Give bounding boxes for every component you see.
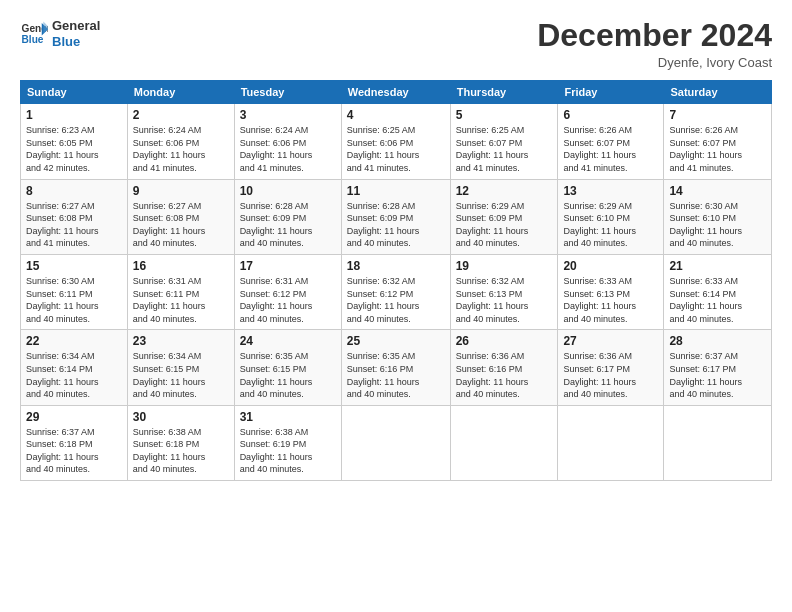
day-detail: Sunrise: 6:32 AM Sunset: 6:13 PM Dayligh… — [456, 275, 553, 325]
calendar-cell: 26 Sunrise: 6:36 AM Sunset: 6:16 PM Dayl… — [450, 330, 558, 405]
day-number: 22 — [26, 334, 122, 348]
header: General Blue General Blue December 2024 … — [20, 18, 772, 70]
calendar-cell: 29 Sunrise: 6:37 AM Sunset: 6:18 PM Dayl… — [21, 405, 128, 480]
day-number: 27 — [563, 334, 658, 348]
logo-text-blue: Blue — [52, 34, 100, 50]
calendar-cell: 19 Sunrise: 6:32 AM Sunset: 6:13 PM Dayl… — [450, 254, 558, 329]
calendar-cell: 17 Sunrise: 6:31 AM Sunset: 6:12 PM Dayl… — [234, 254, 341, 329]
day-number: 4 — [347, 108, 445, 122]
day-detail: Sunrise: 6:29 AM Sunset: 6:10 PM Dayligh… — [563, 200, 658, 250]
day-detail: Sunrise: 6:24 AM Sunset: 6:06 PM Dayligh… — [133, 124, 229, 174]
calendar-header-row: SundayMondayTuesdayWednesdayThursdayFrid… — [21, 81, 772, 104]
logo: General Blue General Blue — [20, 18, 100, 49]
calendar-cell: 30 Sunrise: 6:38 AM Sunset: 6:18 PM Dayl… — [127, 405, 234, 480]
day-detail: Sunrise: 6:36 AM Sunset: 6:16 PM Dayligh… — [456, 350, 553, 400]
calendar-body: 1 Sunrise: 6:23 AM Sunset: 6:05 PM Dayli… — [21, 104, 772, 481]
day-detail: Sunrise: 6:33 AM Sunset: 6:13 PM Dayligh… — [563, 275, 658, 325]
day-detail: Sunrise: 6:23 AM Sunset: 6:05 PM Dayligh… — [26, 124, 122, 174]
calendar-cell: 23 Sunrise: 6:34 AM Sunset: 6:15 PM Dayl… — [127, 330, 234, 405]
day-number: 10 — [240, 184, 336, 198]
day-number: 1 — [26, 108, 122, 122]
day-number: 19 — [456, 259, 553, 273]
day-detail: Sunrise: 6:25 AM Sunset: 6:07 PM Dayligh… — [456, 124, 553, 174]
calendar-cell: 10 Sunrise: 6:28 AM Sunset: 6:09 PM Dayl… — [234, 179, 341, 254]
day-number: 16 — [133, 259, 229, 273]
day-number: 5 — [456, 108, 553, 122]
calendar-cell: 14 Sunrise: 6:30 AM Sunset: 6:10 PM Dayl… — [664, 179, 772, 254]
logo-icon: General Blue — [20, 20, 48, 48]
day-number: 28 — [669, 334, 766, 348]
calendar-cell: 25 Sunrise: 6:35 AM Sunset: 6:16 PM Dayl… — [341, 330, 450, 405]
calendar-week-1: 1 Sunrise: 6:23 AM Sunset: 6:05 PM Dayli… — [21, 104, 772, 179]
day-detail: Sunrise: 6:32 AM Sunset: 6:12 PM Dayligh… — [347, 275, 445, 325]
day-detail: Sunrise: 6:27 AM Sunset: 6:08 PM Dayligh… — [133, 200, 229, 250]
day-detail: Sunrise: 6:28 AM Sunset: 6:09 PM Dayligh… — [240, 200, 336, 250]
calendar-cell: 20 Sunrise: 6:33 AM Sunset: 6:13 PM Dayl… — [558, 254, 664, 329]
calendar-cell: 7 Sunrise: 6:26 AM Sunset: 6:07 PM Dayli… — [664, 104, 772, 179]
calendar-cell — [341, 405, 450, 480]
day-detail: Sunrise: 6:34 AM Sunset: 6:15 PM Dayligh… — [133, 350, 229, 400]
calendar-cell: 27 Sunrise: 6:36 AM Sunset: 6:17 PM Dayl… — [558, 330, 664, 405]
day-detail: Sunrise: 6:28 AM Sunset: 6:09 PM Dayligh… — [347, 200, 445, 250]
calendar-cell: 2 Sunrise: 6:24 AM Sunset: 6:06 PM Dayli… — [127, 104, 234, 179]
day-number: 9 — [133, 184, 229, 198]
calendar-cell: 6 Sunrise: 6:26 AM Sunset: 6:07 PM Dayli… — [558, 104, 664, 179]
day-detail: Sunrise: 6:25 AM Sunset: 6:06 PM Dayligh… — [347, 124, 445, 174]
day-detail: Sunrise: 6:30 AM Sunset: 6:10 PM Dayligh… — [669, 200, 766, 250]
day-header-wednesday: Wednesday — [341, 81, 450, 104]
day-detail: Sunrise: 6:37 AM Sunset: 6:18 PM Dayligh… — [26, 426, 122, 476]
calendar-cell: 9 Sunrise: 6:27 AM Sunset: 6:08 PM Dayli… — [127, 179, 234, 254]
day-number: 23 — [133, 334, 229, 348]
calendar-cell: 22 Sunrise: 6:34 AM Sunset: 6:14 PM Dayl… — [21, 330, 128, 405]
month-title: December 2024 — [537, 18, 772, 53]
calendar-week-5: 29 Sunrise: 6:37 AM Sunset: 6:18 PM Dayl… — [21, 405, 772, 480]
calendar-cell: 18 Sunrise: 6:32 AM Sunset: 6:12 PM Dayl… — [341, 254, 450, 329]
day-number: 13 — [563, 184, 658, 198]
day-header-sunday: Sunday — [21, 81, 128, 104]
day-header-saturday: Saturday — [664, 81, 772, 104]
calendar-cell: 24 Sunrise: 6:35 AM Sunset: 6:15 PM Dayl… — [234, 330, 341, 405]
day-number: 26 — [456, 334, 553, 348]
day-detail: Sunrise: 6:26 AM Sunset: 6:07 PM Dayligh… — [669, 124, 766, 174]
day-number: 20 — [563, 259, 658, 273]
calendar-cell — [558, 405, 664, 480]
day-number: 8 — [26, 184, 122, 198]
day-detail: Sunrise: 6:36 AM Sunset: 6:17 PM Dayligh… — [563, 350, 658, 400]
page: General Blue General Blue December 2024 … — [0, 0, 792, 612]
day-header-tuesday: Tuesday — [234, 81, 341, 104]
calendar-cell: 21 Sunrise: 6:33 AM Sunset: 6:14 PM Dayl… — [664, 254, 772, 329]
day-number: 21 — [669, 259, 766, 273]
day-number: 18 — [347, 259, 445, 273]
day-header-thursday: Thursday — [450, 81, 558, 104]
day-detail: Sunrise: 6:31 AM Sunset: 6:11 PM Dayligh… — [133, 275, 229, 325]
calendar: SundayMondayTuesdayWednesdayThursdayFrid… — [20, 80, 772, 481]
calendar-cell — [664, 405, 772, 480]
day-number: 29 — [26, 410, 122, 424]
day-header-monday: Monday — [127, 81, 234, 104]
svg-text:Blue: Blue — [22, 34, 44, 45]
calendar-cell: 12 Sunrise: 6:29 AM Sunset: 6:09 PM Dayl… — [450, 179, 558, 254]
day-number: 2 — [133, 108, 229, 122]
calendar-week-3: 15 Sunrise: 6:30 AM Sunset: 6:11 PM Dayl… — [21, 254, 772, 329]
day-number: 25 — [347, 334, 445, 348]
day-detail: Sunrise: 6:34 AM Sunset: 6:14 PM Dayligh… — [26, 350, 122, 400]
day-number: 3 — [240, 108, 336, 122]
day-detail: Sunrise: 6:35 AM Sunset: 6:15 PM Dayligh… — [240, 350, 336, 400]
day-detail: Sunrise: 6:26 AM Sunset: 6:07 PM Dayligh… — [563, 124, 658, 174]
logo-text-general: General — [52, 18, 100, 34]
day-detail: Sunrise: 6:29 AM Sunset: 6:09 PM Dayligh… — [456, 200, 553, 250]
day-detail: Sunrise: 6:31 AM Sunset: 6:12 PM Dayligh… — [240, 275, 336, 325]
location: Dyenfe, Ivory Coast — [537, 55, 772, 70]
calendar-cell — [450, 405, 558, 480]
day-detail: Sunrise: 6:38 AM Sunset: 6:19 PM Dayligh… — [240, 426, 336, 476]
calendar-cell: 31 Sunrise: 6:38 AM Sunset: 6:19 PM Dayl… — [234, 405, 341, 480]
day-detail: Sunrise: 6:33 AM Sunset: 6:14 PM Dayligh… — [669, 275, 766, 325]
day-header-friday: Friday — [558, 81, 664, 104]
day-detail: Sunrise: 6:27 AM Sunset: 6:08 PM Dayligh… — [26, 200, 122, 250]
calendar-cell: 15 Sunrise: 6:30 AM Sunset: 6:11 PM Dayl… — [21, 254, 128, 329]
day-number: 31 — [240, 410, 336, 424]
day-number: 11 — [347, 184, 445, 198]
day-number: 15 — [26, 259, 122, 273]
title-block: December 2024 Dyenfe, Ivory Coast — [537, 18, 772, 70]
day-number: 14 — [669, 184, 766, 198]
